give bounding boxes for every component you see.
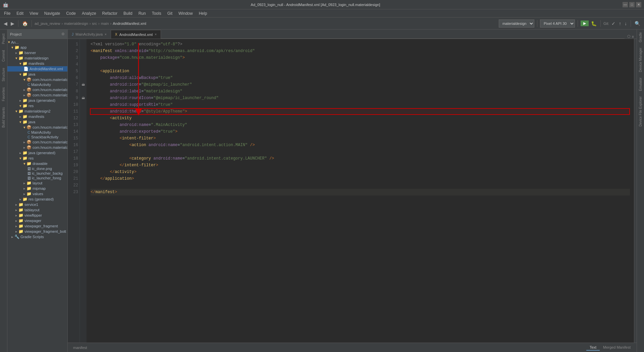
search-icon[interactable]: 🔍	[634, 21, 641, 26]
tree-viewflipper[interactable]: ▸ 📁 viewflipper	[7, 213, 67, 218]
menu-analyze[interactable]: Analyze	[79, 10, 99, 16]
device-selector[interactable]: Pixel 4 API 30	[540, 19, 575, 28]
menu-edit[interactable]: Edit	[14, 10, 26, 16]
menu-code[interactable]: Code	[63, 10, 78, 16]
expand-icon: ▸	[23, 186, 25, 191]
project-icon[interactable]: 🏠	[21, 21, 29, 26]
collapse-all-icon[interactable]: ⬡	[627, 34, 631, 39]
git-push-icon[interactable]: ↑	[618, 21, 622, 26]
tree-mainactivity[interactable]: C MainActivity	[7, 82, 67, 87]
folder-icon: 📁	[22, 156, 28, 161]
debug-icon[interactable]: 🐛	[590, 21, 598, 26]
menu-window[interactable]: Window	[176, 10, 196, 16]
tree-manifests[interactable]: ▾ 📁 manifests	[7, 61, 67, 66]
tree-viewpager[interactable]: ▸ 📁 viewpager	[7, 218, 67, 223]
tree-snackbar[interactable]: C SnackbarActivity	[7, 135, 67, 139]
tree-res2[interactable]: ▾ 📁 res	[7, 156, 67, 161]
tree-app[interactable]: ▾ 📁 app	[7, 45, 67, 50]
tab-settings-icon[interactable]: ≡	[632, 35, 634, 39]
sidebar-project[interactable]: Project	[1, 31, 6, 47]
run-button[interactable]: ▶	[581, 20, 589, 26]
sidebar-commit[interactable]: Commit	[1, 47, 6, 64]
menu-run[interactable]: Run	[136, 10, 149, 16]
menu-build[interactable]: Build	[121, 10, 135, 16]
tree-res[interactable]: ▾ 📁 res	[7, 103, 67, 108]
menu-refactor[interactable]: Refactor	[100, 10, 120, 16]
breadcrumb-src: src	[92, 21, 97, 26]
tab-mainactivity-label: MainActivity.java	[75, 32, 103, 36]
menu-file[interactable]: File	[1, 10, 13, 16]
tree-label: viewpager_fragment	[24, 224, 58, 228]
right-scrollbar[interactable]	[634, 39, 637, 343]
tree-label: materialdesign2	[24, 109, 51, 113]
tree-values[interactable]: ▸ 📁 values	[7, 191, 67, 196]
tree-materialdesign[interactable]: ▾ 📁 materialdesign	[7, 55, 67, 61]
tree-iclauncher-fg[interactable]: 🖼 ic_launcher_foreg	[7, 176, 67, 180]
back-icon[interactable]: ◀	[3, 21, 8, 26]
tree-label: ic_launcher_foreg	[32, 176, 61, 180]
minimize-button[interactable]: —	[623, 2, 628, 7]
gutter-15	[80, 135, 86, 142]
tab-close-mainactivity[interactable]: ×	[105, 33, 107, 36]
tree-mipmap[interactable]: ▸ 📁 mipmap	[7, 186, 67, 191]
tree-java2[interactable]: ▾ 📁 java	[7, 119, 67, 125]
git-check-icon[interactable]: ✓	[610, 21, 616, 26]
sidebar-build-variants[interactable]: Build Variants	[1, 104, 6, 130]
git-pull-icon[interactable]: ↓	[624, 21, 628, 26]
tab-mainactivity[interactable]: J MainActivity.java ×	[68, 30, 111, 39]
tab-close-androidmanifest[interactable]: ×	[155, 33, 157, 36]
menu-navigate[interactable]: Navigate	[42, 10, 63, 16]
tree-gradle-scripts[interactable]: ▸ 🔧 Gradle Scripts	[7, 234, 67, 239]
image-icon: 🖼	[28, 172, 31, 175]
tab-text[interactable]: Text	[586, 345, 600, 351]
sidebar-gradle[interactable]: Gradle	[638, 30, 643, 45]
tree-res-gen[interactable]: ▸ 📁 res (generated)	[7, 196, 67, 202]
tree-banner[interactable]: ▸ 📁 banner	[7, 50, 67, 55]
tree-java-generated[interactable]: ▸ 📁 java (generated)	[7, 98, 67, 103]
tree-drawable[interactable]: ▾ 📁 drawable	[7, 161, 67, 166]
sidebar-emulator[interactable]: Emulator	[638, 75, 643, 94]
folder-icon: 📁	[18, 208, 23, 212]
forward-icon[interactable]: ▶	[10, 21, 15, 26]
tree-androidmanifest[interactable]: 📄 AndroidManifest.xml	[7, 66, 67, 72]
tree-mainactivity2[interactable]: C MainActivity	[7, 130, 67, 135]
gutter-13	[80, 122, 86, 128]
gutter-12	[80, 115, 86, 122]
tree-viewpager-frag[interactable]: ▸ 📁 viewpager_fragment	[7, 223, 67, 229]
sidebar-favorites[interactable]: Favorites	[1, 85, 6, 104]
title-bar-controls: — □ ✕	[623, 2, 641, 7]
menu-git[interactable]: Git	[165, 10, 175, 16]
code-content[interactable]: <?xml version="1.0" encoding="utf-8"?> <…	[87, 39, 634, 343]
tree-label: values	[33, 192, 43, 196]
tree-com4[interactable]: ▾ 📦 com.hnucm.materialc	[7, 125, 67, 130]
tree-com5[interactable]: ▸ 📦 com.hnucm.materialc	[7, 139, 67, 145]
tree-service1[interactable]: ▸ 📁 service1	[7, 202, 67, 207]
tree-tablayout[interactable]: ▸ 📁 tablayout	[7, 207, 67, 213]
menu-tools[interactable]: Tools	[149, 10, 164, 16]
project-settings-icon[interactable]: ⚙	[61, 32, 65, 36]
tree-viewpager-frag-bot[interactable]: ▸ 📁 viewpager_fragment_bott	[7, 229, 67, 234]
tree-java[interactable]: ▾ 📁 java	[7, 72, 67, 77]
tab-androidmanifest[interactable]: X AndroidManifest.xml ×	[111, 30, 161, 39]
tab-merged-manifest[interactable]: Merged Manifest	[600, 345, 634, 351]
close-button[interactable]: ✕	[636, 2, 641, 7]
tree-materialdesign2[interactable]: ▾ 📁 materialdesign2	[7, 108, 67, 114]
tree-icdone[interactable]: 🖼 ic_done.png	[7, 166, 67, 171]
tree-iclauncher-bg[interactable]: 🖼 ic_launcher_backg	[7, 171, 67, 176]
gutter-11	[80, 108, 86, 115]
menu-view[interactable]: View	[27, 10, 41, 16]
sidebar-structure[interactable]: Structure	[1, 65, 6, 84]
sidebar-device-file-explorer[interactable]: Device File Explorer	[638, 94, 643, 129]
tree-com1[interactable]: ▾ 📦 com.hnucm.materialc	[7, 77, 67, 82]
menu-help[interactable]: Help	[196, 10, 210, 16]
tree-root[interactable]: ▾ An...	[7, 40, 67, 45]
maximize-button[interactable]: □	[629, 2, 635, 7]
sidebar-device-manager[interactable]: Device Manager	[638, 45, 643, 75]
tree-java-gen2[interactable]: ▸ 📁 java (generated)	[7, 150, 67, 156]
tree-com6[interactable]: ▸ 📦 com.hnucm.materialc	[7, 145, 67, 150]
tree-manifests2[interactable]: ▸ 📁 manifests	[7, 114, 67, 119]
project-selector[interactable]: materialdesign	[499, 19, 534, 28]
tree-com2[interactable]: ▸ 📦 com.hnucm.materialc	[7, 87, 67, 92]
tree-com3[interactable]: ▸ 📦 com.hnucm.materialc	[7, 92, 67, 98]
tree-layout[interactable]: ▸ 📁 layout	[7, 180, 67, 186]
